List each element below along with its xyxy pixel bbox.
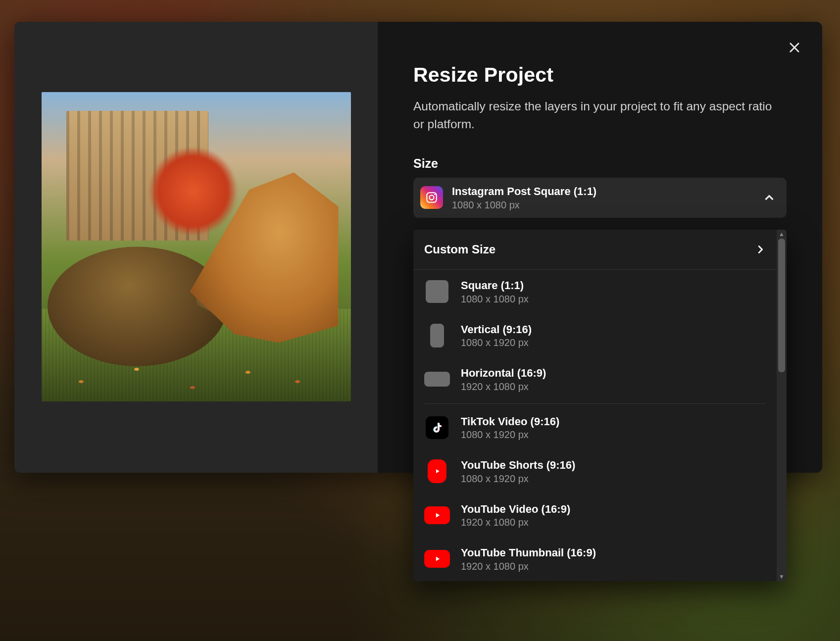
dropdown-scrollbar[interactable]: ▲ ▼ — [777, 230, 787, 581]
dialog-title: Resize Project — [413, 63, 787, 87]
size-section-label: Size — [413, 156, 787, 171]
option-youtube-shorts[interactable]: YouTube Shorts (9:16) 1080 x 1920 px — [413, 449, 777, 493]
horizontal-shape-icon — [424, 372, 450, 387]
size-select[interactable]: Instagram Post Square (1:1) 1080 x 1080 … — [413, 178, 787, 218]
svg-point-3 — [429, 196, 434, 200]
square-shape-icon — [426, 280, 448, 303]
tiktok-icon — [426, 416, 448, 439]
option-dims: 1080 x 1920 px — [461, 473, 766, 485]
chevron-up-icon — [763, 191, 776, 204]
option-tiktok-video[interactable]: TikTok Video (9:16) 1080 x 1920 px — [413, 406, 777, 450]
option-label: YouTube Shorts (9:16) — [461, 458, 766, 472]
scrollbar-thumb[interactable] — [778, 239, 785, 372]
option-dims: 1920 x 1080 px — [461, 381, 766, 393]
controls-pane: Resize Project Automatically resize the … — [378, 22, 822, 473]
scroll-up-icon: ▲ — [777, 231, 787, 238]
option-youtube-video[interactable]: YouTube Video (16:9) 1920 x 1080 px — [413, 493, 777, 538]
option-label: Custom Size — [424, 243, 495, 256]
option-dims: 1920 x 1080 px — [461, 517, 766, 528]
option-dims: 1080 x 1920 px — [461, 337, 766, 348]
scroll-down-icon: ▼ — [777, 573, 787, 580]
option-label: TikTok Video (9:16) — [461, 415, 766, 429]
close-icon — [788, 41, 801, 54]
option-horizontal[interactable]: Horizontal (16:9) 1920 x 1080 px — [413, 357, 777, 401]
option-label: Horizontal (16:9) — [461, 366, 766, 380]
option-dims: 1080 x 1920 px — [461, 429, 766, 441]
selected-size-dims: 1080 x 1080 px — [452, 199, 754, 211]
resize-project-dialog: Resize Project Automatically resize the … — [14, 22, 822, 473]
svg-point-4 — [434, 194, 436, 196]
option-square[interactable]: Square (1:1) 1080 x 1080 px — [413, 270, 777, 314]
option-dims: 1920 x 1080 px — [461, 561, 766, 572]
option-label: Square (1:1) — [461, 279, 766, 293]
option-label: Vertical (9:16) — [461, 323, 766, 337]
option-label: YouTube Video (16:9) — [461, 502, 766, 516]
youtube-icon — [424, 506, 450, 524]
option-vertical[interactable]: Vertical (9:16) 1080 x 1920 px — [413, 314, 777, 358]
option-label: YouTube Thumbnail (16:9) — [461, 546, 766, 560]
preview-pane — [14, 22, 378, 473]
dialog-subtitle: Automatically resize the layers in your … — [413, 98, 780, 133]
option-custom-size[interactable]: Custom Size — [413, 230, 777, 270]
vertical-shape-icon — [430, 324, 444, 347]
size-dropdown: Custom Size Square (1:1) 1080 x 1080 px — [413, 230, 787, 581]
chevron-right-icon — [755, 244, 766, 255]
selected-size-name: Instagram Post Square (1:1) — [452, 185, 754, 198]
youtube-icon — [424, 550, 450, 568]
instagram-icon — [420, 186, 443, 209]
close-button[interactable] — [784, 37, 805, 58]
project-preview-image — [42, 92, 351, 401]
option-youtube-thumbnail[interactable]: YouTube Thumbnail (16:9) 1920 x 1080 px — [413, 537, 777, 581]
youtube-shorts-icon — [428, 459, 446, 483]
divider — [424, 403, 766, 404]
option-dims: 1080 x 1080 px — [461, 294, 766, 305]
